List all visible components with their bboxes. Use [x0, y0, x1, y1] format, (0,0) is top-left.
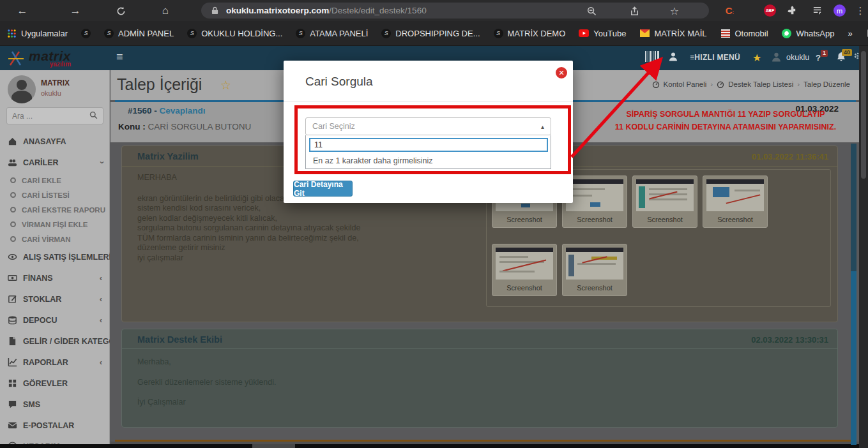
screenshot-preview: [566, 248, 623, 280]
screenshot-preview: [706, 179, 764, 211]
bookmark-item[interactable]: SMATRİX DEMO: [494, 29, 566, 38]
home-button[interactable]: ⌂: [157, 3, 174, 19]
database-icon: [8, 315, 17, 325]
chevron-left-icon: ‹: [100, 357, 102, 367]
attachment-thumbnail[interactable]: Screenshot: [562, 244, 627, 296]
bookmarks-overflow-button[interactable]: »: [848, 29, 853, 38]
ticket-id: #1560 -: [128, 106, 157, 116]
sidebar-user-name: MATRIX: [41, 78, 70, 87]
message-datetime: 02.03.2022 13:30:31: [751, 335, 828, 345]
help-button[interactable]: ?: [816, 53, 821, 63]
sidebar-item-cari-ekle[interactable]: CARİ EKLE: [0, 173, 110, 188]
extension-adblock-icon[interactable]: ABP: [764, 4, 776, 17]
zoom-icon[interactable]: [583, 3, 600, 19]
bookmark-item[interactable]: WhatsApp: [782, 28, 835, 38]
back-button[interactable]: ←: [14, 3, 31, 19]
bookmark-item[interactable]: SDROPSHIPPING DE...: [381, 29, 480, 38]
sidebar-item-gelir-gider[interactable]: GELİR / GİDER KATEGORİ: [0, 331, 110, 352]
otomobil-icon: [720, 28, 731, 38]
bookmark-item[interactable]: SADMİN PANEL: [104, 29, 174, 38]
youtube-icon: [579, 28, 589, 38]
profile-avatar[interactable]: m: [834, 4, 846, 17]
sidebar-item-anasayfa[interactable]: ANASAYFA: [0, 131, 110, 152]
chevron-left-icon: ‹: [100, 294, 102, 304]
forward-button[interactable]: →: [67, 3, 84, 19]
bookmark-item[interactable]: SATAMA PANELİ: [296, 29, 368, 38]
ticket-status: Cevaplandı: [160, 106, 206, 116]
quick-menu-button[interactable]: ≡HIZLI MENÜ: [690, 53, 740, 62]
bookmark-item[interactable]: YouTube: [579, 28, 626, 38]
browser-menu-kebab[interactable]: ⋮: [852, 3, 868, 19]
circle-icon: [10, 221, 16, 227]
breadcrumb-current: Talep Düzenle: [803, 80, 850, 88]
apps-grid-icon: [6, 28, 17, 38]
screenshot-preview: [496, 248, 553, 280]
divider: [284, 101, 573, 102]
globe-icon: S: [381, 29, 391, 38]
sidebar-search: [6, 107, 103, 124]
topbar-username[interactable]: okuklu: [786, 53, 809, 62]
file-icon: [8, 336, 17, 346]
screenshot-preview: [636, 179, 694, 211]
lock-icon: [211, 6, 218, 15]
chart-icon: [8, 357, 17, 367]
apps-button[interactable]: Uygulamalar: [6, 28, 68, 38]
favorites-star-icon[interactable]: ★: [752, 52, 761, 64]
circle-icon: [10, 192, 16, 198]
sidebar-item-finans[interactable]: FİNANS‹: [0, 267, 110, 288]
bookmarks-bar: Uygulamalar S SADMİN PANEL SOKUKLU HOLDİ…: [0, 21, 868, 46]
sidebar: MATRIX okuklu ANASAYFA CARİLER ‹ CARİ EK…: [0, 70, 110, 448]
reload-icon: [116, 6, 126, 16]
globe-icon: S: [494, 29, 503, 38]
attachment-thumbnail[interactable]: Screenshot: [492, 244, 557, 296]
favorite-star-icon[interactable]: ☆: [220, 78, 231, 93]
breadcrumb-link[interactable]: Destek Talep Listesi: [728, 80, 793, 88]
sidebar-item-virman-fisi-ekle[interactable]: VİRMAN FİŞİ EKLE: [0, 217, 110, 232]
subject-label: Konu :: [118, 122, 146, 131]
sidebar-item-cariler[interactable]: CARİLER ‹: [0, 152, 110, 173]
bookmark-item[interactable]: SOKUKLU HOLDİNG...: [187, 29, 282, 38]
browser-toolbar: ← → ⌂ okuklu.matrixotoerp.com/Destek/edi…: [0, 0, 868, 21]
screenshot-preview: [566, 179, 623, 211]
sidebar-item-gorevler[interactable]: GÖREVLER: [0, 373, 110, 394]
sidebar-item-cari-listesi[interactable]: CARİ LİSTESİ: [0, 188, 110, 202]
modal-title: Cari Sorgula: [305, 75, 373, 89]
sidebar-item-cari-ekstre-raporu[interactable]: CARİ EKSTRE RAPORU: [0, 202, 110, 217]
globe-icon: S: [104, 29, 114, 38]
extension-colorzilla-icon[interactable]: C:: [724, 4, 736, 17]
grid-icon: [8, 378, 17, 388]
bookmark-item[interactable]: MATRİX MAİL: [639, 28, 706, 38]
sidebar-toggle[interactable]: ≡: [116, 50, 123, 64]
sidebar-item-cari-virman[interactable]: CARİ VİRMAN: [0, 232, 110, 246]
chevron-down-icon: ‹: [96, 161, 105, 163]
bookmark-item[interactable]: S: [81, 29, 91, 38]
content-scrollbar-thumb[interactable]: [851, 271, 857, 445]
circle-icon: [10, 177, 16, 183]
app-logo[interactable]: matrix yazılım: [6, 49, 71, 68]
cari-detayina-git-button[interactable]: Cari Detayına Git: [293, 181, 353, 197]
sidebar-item-depocu[interactable]: DEPOCU‹: [0, 310, 110, 331]
extensions-puzzle-icon[interactable]: [786, 4, 798, 17]
search-icon[interactable]: [89, 110, 98, 122]
sidebar-item-sms[interactable]: SMS: [0, 394, 110, 415]
reload-button[interactable]: [112, 3, 129, 19]
attachment-thumbnail[interactable]: Screenshot: [632, 175, 697, 228]
help-badge: 1: [821, 50, 828, 57]
users-icon: [8, 158, 17, 167]
topbar-avatar-icon[interactable]: [771, 51, 782, 65]
comment-icon: [8, 399, 17, 409]
sidebar-item-epostalar[interactable]: E-POSTALAR: [0, 415, 110, 436]
attachment-thumbnail[interactable]: Screenshot: [703, 175, 768, 228]
browser-scrollbar-thumb[interactable]: [861, 51, 866, 179]
sidebar-item-stoklar[interactable]: STOKLAR‹: [0, 288, 110, 310]
bookmark-item[interactable]: Otomobil: [720, 28, 768, 38]
notifications-badge: 40: [842, 49, 852, 56]
page-title: Talep İçeriği: [117, 75, 202, 94]
sidebar-item-alis-satis[interactable]: ALIŞ SATIŞ İŞLEMLERİ‹: [0, 246, 110, 267]
sidebar-search-input[interactable]: [7, 112, 89, 121]
sidebar-item-raporlar[interactable]: RAPORLAR‹: [0, 352, 110, 373]
share-button[interactable]: [626, 3, 643, 19]
extension-list-icon[interactable]: [811, 4, 823, 17]
bookmark-star-button[interactable]: ☆: [666, 3, 683, 19]
edit-icon: [8, 294, 17, 304]
